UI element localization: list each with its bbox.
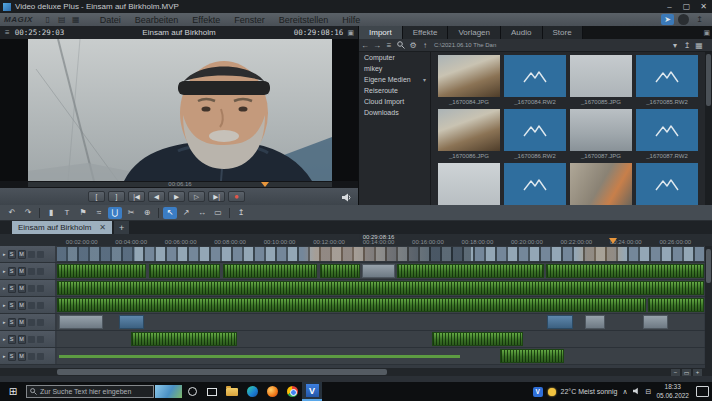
video-clip-segment[interactable] [547,315,572,329]
export-upload-icon[interactable]: ↥ [693,14,706,25]
scrubber-position-marker[interactable] [261,182,269,187]
file-item[interactable]: _1670087.JPG [568,109,634,163]
menu-bereitstellen[interactable]: Bereitstellen [272,15,336,25]
action-center-button[interactable] [696,386,709,397]
zoom-fit-button[interactable]: ▭ [682,369,691,376]
project-tab-close-icon[interactable]: ✕ [99,223,106,232]
prev-frame-button[interactable]: ◀ [148,191,165,202]
chrome-button[interactable] [282,382,302,401]
new-project-icon[interactable]: ▯ [42,14,54,25]
zoom-out-button[interactable]: − [671,369,680,376]
edge-button[interactable] [242,382,262,401]
file-explorer-button[interactable] [222,382,242,401]
sidebar-item-mikey[interactable]: mikey [359,63,430,74]
raw-placeholder-thumbnail[interactable] [636,109,698,151]
solo-button[interactable]: S [8,301,16,310]
group-icon[interactable]: ⊕ [140,207,154,219]
sidebar-item-eigene-medien[interactable]: Eigene Medien▾ [359,74,430,85]
folder-up-icon[interactable]: ↑ [419,40,431,51]
timeline-ruler[interactable]: 00:29:08:16 00:02:00:0000:04:00:0000:06:… [0,234,712,246]
marker-icon[interactable]: ⚑ [76,207,90,219]
media-pool-scrollbar[interactable] [705,52,712,205]
folder-tree-icon[interactable]: ≡ [383,40,395,51]
menu-bearbeiten[interactable]: Bearbeiten [128,15,186,25]
photo-thumbnail[interactable] [570,163,632,205]
split-icon[interactable]: ✂ [124,207,138,219]
mouse-mode-stretch-icon[interactable]: ↔ [195,207,209,219]
raw-placeholder-thumbnail[interactable] [504,109,566,151]
audio-clip-segment[interactable] [59,355,460,358]
track-fx-icon[interactable] [28,268,35,275]
jump-end-button[interactable]: ▶| [208,191,225,202]
weather-status[interactable]: 22°C Meist sonnig [561,388,618,395]
menu-datei[interactable]: Datei [93,15,128,25]
raw-placeholder-thumbnail[interactable] [636,163,698,205]
delete-object-icon[interactable]: ▮ [44,207,58,219]
track-lock-icon[interactable] [37,251,44,258]
zoom-in-button[interactable]: + [693,369,702,376]
mute-button[interactable]: M [18,250,26,259]
audio-clip-segment[interactable] [546,264,704,278]
track-expand-icon[interactable]: ▸ [3,268,6,274]
solo-button[interactable]: S [8,250,16,259]
mute-button[interactable]: M [18,318,26,327]
audio-clip-segment[interactable] [149,264,220,278]
project-tab[interactable]: Einsam auf Birkholm ✕ [12,221,112,234]
file-item[interactable]: _1670084.RW2 [502,55,568,109]
volume-icon[interactable] [342,188,352,206]
timeline-horizontal-scrollbar[interactable]: − ▭ + [0,368,712,376]
tab-vorlagen[interactable]: Vorlagen [448,26,501,39]
view-grid-icon[interactable]: ▦ [693,40,705,51]
track-expand-icon[interactable]: ▸ [3,302,6,308]
track-fx-icon[interactable] [28,319,35,326]
record-button[interactable]: ● [228,191,245,202]
solo-button[interactable]: S [8,335,16,344]
start-button[interactable]: ⊞ [0,382,26,401]
sidebar-item-downloads[interactable]: Downloads [359,107,430,118]
video-clip-segment[interactable] [585,315,605,329]
file-item[interactable]: _1670087.RW2 [634,109,700,163]
import-file-icon[interactable]: ↥ [681,40,693,51]
raw-placeholder-thumbnail[interactable] [636,55,698,97]
track-3-header[interactable]: ▸SM [0,280,55,296]
track-expand-icon[interactable]: ▸ [3,285,6,291]
track-lock-icon[interactable] [37,285,44,292]
tab-import[interactable]: Import [359,26,403,39]
maximize-button[interactable]: ▢ [678,0,695,13]
mute-button[interactable]: M [18,335,26,344]
track-fx-icon[interactable] [28,336,35,343]
track-expand-icon[interactable]: ▸ [3,336,6,342]
track-3-lane[interactable] [57,280,704,296]
audio-clip-segment[interactable] [57,281,704,295]
object-up-icon[interactable]: ↥ [234,207,248,219]
taskbar-search-input[interactable]: Zur Suche Text hier eingeben [26,385,154,398]
track-5-header[interactable]: ▸SM [0,314,55,330]
clock[interactable]: 18:33 05.06.2022 [656,383,689,399]
tray-magix-icon[interactable]: V [533,387,543,397]
add-project-tab-button[interactable]: + [114,221,129,234]
mute-button[interactable]: M [18,284,26,293]
audio-clip-segment[interactable] [223,264,317,278]
tab-audio[interactable]: Audio [501,26,542,39]
track-7-header[interactable]: ▸SM [0,348,55,364]
solo-button[interactable]: S [8,284,16,293]
sidebar-item-reiseroute[interactable]: Reiseroute [359,85,430,96]
track-2-lane[interactable] [57,263,704,279]
track-lock-icon[interactable] [37,353,44,360]
track-6-lane[interactable] [57,331,704,347]
tray-volume-icon[interactable] [633,387,641,396]
firefox-button[interactable] [262,382,282,401]
track-2-header[interactable]: ▸SM [0,263,55,279]
forward-icon[interactable]: → [371,40,383,51]
photo-thumbnail[interactable] [438,109,500,151]
track-lock-icon[interactable] [37,302,44,309]
file-item[interactable]: _1670086.JPG [436,109,502,163]
mouse-mode-single-icon[interactable]: ↗ [179,207,193,219]
video-clip-segment[interactable] [59,315,103,329]
audio-waveform-icon[interactable]: ≈ [92,207,106,219]
mute-button[interactable]: M [18,352,26,361]
tab-store[interactable]: Store [543,26,583,39]
file-item[interactable]: _1670084.JPG [436,55,502,109]
track-lock-icon[interactable] [37,319,44,326]
photo-thumbnail[interactable] [438,55,500,97]
